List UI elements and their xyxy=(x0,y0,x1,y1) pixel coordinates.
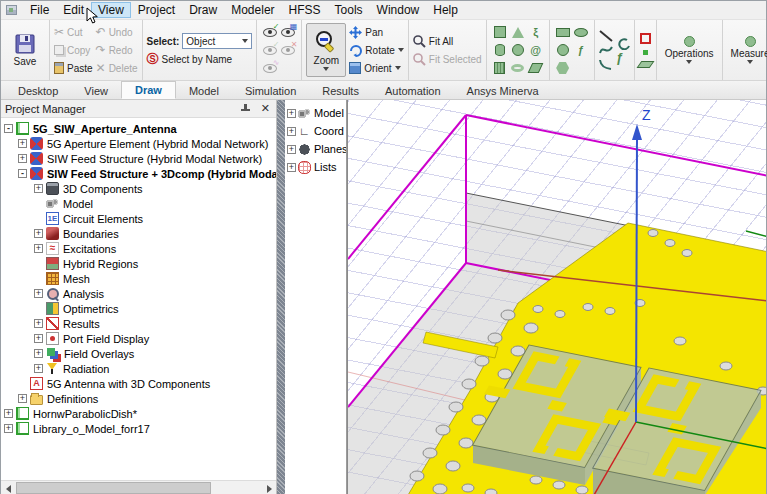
tree-item-project-library[interactable]: +Library_o_Model_forr17 xyxy=(1,421,276,436)
create-point-icon[interactable] xyxy=(643,50,648,55)
expander[interactable]: + xyxy=(4,424,13,433)
measure-button[interactable]: Measure xyxy=(727,36,767,64)
tree-item-hybrid-regions[interactable]: Hybrid Regions xyxy=(1,256,276,271)
close-icon[interactable]: ✕ xyxy=(259,103,272,114)
draw-torus-icon[interactable] xyxy=(511,64,524,72)
select-by-name-button[interactable]: ⓈSelect by Name xyxy=(147,51,253,68)
draw-spline-icon[interactable] xyxy=(599,44,613,56)
expander[interactable]: - xyxy=(18,169,27,178)
delete-button[interactable]: ✕Delete xyxy=(96,60,138,77)
menu-edit[interactable]: Edit xyxy=(56,2,91,18)
create-plane-icon[interactable] xyxy=(636,61,654,68)
tree-item-5g-antenna-report[interactable]: 5G Antenna with 3D Components xyxy=(1,376,276,391)
expander[interactable]: + xyxy=(34,319,43,328)
select-mode-dropdown[interactable]: Object xyxy=(182,33,252,49)
tree-item-results[interactable]: +Results xyxy=(1,316,276,331)
fit-all-button[interactable]: Fit All xyxy=(413,33,482,50)
expander[interactable]: + xyxy=(18,139,27,148)
menu-draw[interactable]: Draw xyxy=(182,2,224,18)
expander[interactable]: + xyxy=(34,229,43,238)
menu-project[interactable]: Project xyxy=(131,2,182,18)
menu-view[interactable]: View xyxy=(91,2,131,18)
draw-sweep-icon[interactable] xyxy=(528,63,544,73)
tab-ansys-minerva[interactable]: Ansys Minerva xyxy=(454,83,552,99)
tree-item-project-horn[interactable]: +HornwParabolicDish* xyxy=(1,406,276,421)
tab-automation[interactable]: Automation xyxy=(372,83,454,99)
draw-equation-curve-icon[interactable]: ƒ xyxy=(616,52,630,63)
expander[interactable]: + xyxy=(18,154,27,163)
expander[interactable]: + xyxy=(4,409,13,418)
draw-regular-polyhedron-icon[interactable] xyxy=(494,62,505,74)
save-button[interactable]: Save xyxy=(5,23,45,77)
menu-modeler[interactable]: Modeler xyxy=(224,2,281,18)
tab-draw[interactable]: Draw xyxy=(121,81,176,99)
scrollbar-thumb[interactable] xyxy=(16,482,211,494)
menu-help[interactable]: Help xyxy=(426,2,465,18)
expander[interactable]: + xyxy=(34,334,43,343)
tree-item-mesh[interactable]: Mesh xyxy=(1,271,276,286)
tree-item-excitations[interactable]: +Excitations xyxy=(1,241,276,256)
tree-item-radiation[interactable]: +Radiation xyxy=(1,361,276,376)
draw-cylinder-icon[interactable] xyxy=(495,44,505,56)
draw-cone-icon[interactable] xyxy=(512,27,524,38)
project-tree-hscrollbar[interactable] xyxy=(1,480,276,494)
fit-selected-button[interactable]: Fit Selected xyxy=(413,51,482,68)
show-selected-icon[interactable]: ✓ xyxy=(263,46,277,55)
draw-box-icon[interactable] xyxy=(494,26,506,38)
modeler-item-model[interactable]: +Model xyxy=(285,104,346,122)
visibility-dialog-icon[interactable]: ▦ xyxy=(281,28,295,37)
draw-circle-icon[interactable] xyxy=(557,44,569,56)
tree-item-circuit-elements[interactable]: Circuit Elements xyxy=(1,211,276,226)
tree-item-analysis[interactable]: +Analysis xyxy=(1,286,276,301)
paste-button[interactable]: Paste xyxy=(54,60,93,77)
tab-view[interactable]: View xyxy=(71,83,121,99)
expander[interactable]: + xyxy=(34,349,43,358)
tree-item-model[interactable]: Model xyxy=(1,196,276,211)
modeler-item-lists[interactable]: +Lists xyxy=(285,158,346,176)
hide-visibility-icon[interactable]: ∿ xyxy=(263,64,277,73)
rotate-button[interactable]: Rotate xyxy=(349,42,403,59)
copy-button[interactable]: Copy xyxy=(54,42,93,59)
cut-button[interactable]: ✂Cut xyxy=(54,24,93,41)
modeler-item-coord[interactable]: +Coord xyxy=(285,122,346,140)
tree-item-design-3-active[interactable]: -SIW Feed Structure + 3Dcomp (Hybrid Mod… xyxy=(1,166,276,181)
draw-ellipse-icon[interactable] xyxy=(574,28,588,37)
undo-button[interactable]: ↶Undo xyxy=(96,24,138,41)
expander[interactable]: + xyxy=(34,289,43,298)
tree-item-port-field-display[interactable]: +Port Field Display xyxy=(1,331,276,346)
tab-desktop[interactable]: Desktop xyxy=(5,83,71,99)
expander[interactable]: + xyxy=(34,184,43,193)
create-region-icon[interactable] xyxy=(640,33,651,44)
menu-file[interactable]: File xyxy=(23,2,56,18)
zoom-button[interactable]: Zoom xyxy=(306,23,346,77)
tree-item-design-1[interactable]: +5G Aperture Element (Hybrid Modal Netwo… xyxy=(1,136,276,151)
tree-item-boundaries[interactable]: +Boundaries xyxy=(1,226,276,241)
expander[interactable]: + xyxy=(18,394,27,403)
draw-center-arc-icon[interactable] xyxy=(616,38,630,50)
pan-button[interactable]: Pan xyxy=(349,24,403,41)
draw-helix-icon[interactable]: ξ xyxy=(533,27,538,38)
tree-item-3d-components[interactable]: +3D Components xyxy=(1,181,276,196)
hide-selected-icon[interactable]: ✕ xyxy=(281,46,295,55)
scroll-right-arrow-icon[interactable] xyxy=(262,482,276,494)
3d-viewport[interactable]: Z xyxy=(347,100,766,494)
tree-item-definitions[interactable]: +Definitions xyxy=(1,391,276,406)
draw-sphere-icon[interactable] xyxy=(512,44,524,56)
operations-button[interactable]: Operations xyxy=(661,36,718,64)
orient-button[interactable]: Orient xyxy=(349,60,403,77)
tab-simulation[interactable]: Simulation xyxy=(232,83,309,99)
draw-equation-surface-icon[interactable]: ƒ xyxy=(578,45,584,56)
expander[interactable]: + xyxy=(34,244,43,253)
tree-item-field-overlays[interactable]: +Field Overlays xyxy=(1,346,276,361)
pin-icon[interactable] xyxy=(240,103,251,114)
panel-splitter[interactable] xyxy=(277,100,285,494)
menu-window[interactable]: Window xyxy=(370,2,427,18)
tree-item-optimetrics[interactable]: Optimetrics xyxy=(1,301,276,316)
show-visibility-icon[interactable]: ✓ xyxy=(263,28,277,37)
menu-hfss[interactable]: HFSS xyxy=(282,2,328,18)
tab-results[interactable]: Results xyxy=(309,83,372,99)
expander[interactable]: + xyxy=(34,364,43,373)
menu-tools[interactable]: Tools xyxy=(328,2,370,18)
draw-arc-icon[interactable] xyxy=(599,58,613,70)
draw-spiral-icon[interactable]: @ xyxy=(530,45,541,56)
